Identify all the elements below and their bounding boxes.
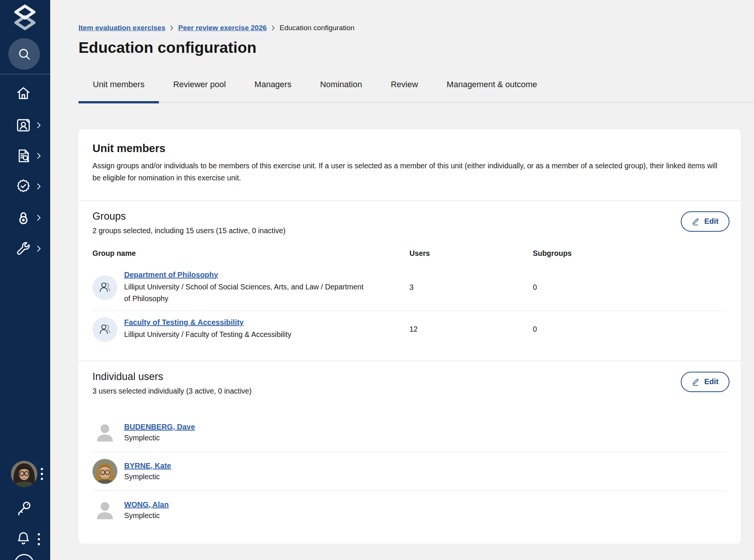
breadcrumb-link-exercises[interactable]: Item evaluation exercises	[78, 23, 165, 32]
main-content: Item evaluation exercises Peer review ex…	[50, 0, 754, 544]
sidebar-item-assessment[interactable]	[0, 175, 50, 198]
wrench-icon	[15, 240, 32, 257]
group-row: Department of Philosophy Lilliput Univer…	[92, 265, 727, 311]
individual-users-list: BUDENBERG, Dave Symplectic	[78, 396, 741, 544]
page-title: Education configuration	[78, 38, 741, 57]
sidebar-item-home[interactable]	[0, 82, 50, 105]
user-photo-avatar	[92, 459, 117, 484]
sidebar-item-open-access[interactable]	[0, 206, 50, 229]
edit-individuals-button[interactable]: Edit	[681, 372, 729, 392]
breadcrumb: Item evaluation exercises Peer review ex…	[78, 23, 741, 32]
tab-bar: Unit members Reviewer pool Managers Nomi…	[78, 79, 754, 103]
sidebar-item-profiles[interactable]	[0, 114, 50, 137]
column-subgroups: Subgroups	[533, 249, 727, 258]
tab-review[interactable]: Review	[376, 79, 432, 102]
user-link[interactable]: BUDENBERG, Dave	[124, 423, 195, 431]
breadcrumb-separator-icon	[272, 25, 275, 31]
chevron-right-icon	[37, 122, 41, 129]
panel-description: Assign groups and/or individuals to be m…	[92, 160, 721, 184]
panel-heading: Unit members	[92, 142, 727, 155]
breadcrumb-separator-icon	[170, 25, 173, 31]
user-link[interactable]: WONG, Alan	[124, 500, 169, 509]
individuals-summary: 3 users selected individually (3 active,…	[92, 386, 252, 396]
group-avatar	[92, 275, 117, 300]
tab-unit-members[interactable]: Unit members	[78, 79, 159, 103]
search-icon	[17, 46, 32, 62]
key-icon	[16, 500, 32, 516]
individuals-section-header: Individual users 3 users selected indivi…	[78, 361, 741, 396]
profile-card-icon	[15, 117, 32, 134]
user-org: Symplectic	[124, 511, 169, 520]
group-users-count: 12	[409, 325, 533, 334]
group-path: Lilliput University / Faculty of Testing…	[124, 329, 291, 340]
group-members-icon	[97, 280, 112, 295]
groups-table: Group name Users Subgroups De	[78, 235, 741, 361]
user-org: Symplectic	[124, 434, 195, 442]
user-placeholder-avatar	[92, 420, 117, 445]
chevron-right-icon	[37, 214, 41, 221]
groups-title: Groups	[92, 210, 286, 223]
unit-members-panel: Unit members Assign groups and/or indivi…	[78, 129, 741, 544]
groups-summary: 2 groups selected, including 15 users (1…	[92, 226, 286, 235]
sidebar-item-key[interactable]	[16, 500, 32, 516]
group-members-icon	[97, 322, 112, 337]
user-avatar[interactable]	[11, 461, 37, 487]
badge-check-icon	[15, 178, 32, 195]
help-icon[interactable]	[14, 554, 34, 560]
group-row: Faculty of Testing & Accessibility Lilli…	[92, 311, 727, 348]
tab-management-outcome[interactable]: Management & outcome	[432, 79, 552, 102]
document-search-icon	[15, 148, 32, 164]
group-subgroups-count: 0	[533, 325, 727, 334]
chevron-right-icon	[37, 183, 41, 190]
individuals-title: Individual users	[92, 370, 252, 383]
sidebar-divider	[0, 74, 50, 74]
user-row: BUDENBERG, Dave Symplectic	[92, 413, 727, 452]
sidebar-item-notifications[interactable]	[15, 530, 32, 547]
group-link[interactable]: Department of Philosophy	[124, 271, 218, 279]
user-row: WONG, Alan Symplectic	[92, 491, 727, 529]
edit-groups-button[interactable]: Edit	[681, 211, 729, 232]
home-icon	[15, 85, 32, 102]
user-org: Symplectic	[124, 472, 171, 481]
tab-nomination[interactable]: Nomination	[306, 79, 376, 102]
avatar-menu-button[interactable]	[40, 468, 43, 480]
user-placeholder-avatar	[92, 498, 117, 523]
bell-icon	[15, 530, 32, 547]
group-path: Lilliput University / School of Social S…	[124, 281, 368, 305]
sidebar-item-tools[interactable]	[0, 237, 50, 260]
groups-section-header: Groups 2 groups selected, including 15 u…	[78, 201, 741, 235]
group-subgroups-count: 0	[533, 283, 727, 292]
group-users-count: 3	[409, 283, 533, 292]
chevron-right-icon	[37, 245, 41, 252]
column-group-name: Group name	[92, 249, 409, 258]
group-avatar	[92, 317, 117, 342]
symplectic-logo-icon	[13, 5, 37, 34]
user-link[interactable]: BYRNE, Kate	[124, 462, 171, 470]
groups-table-header: Group name Users Subgroups	[92, 249, 727, 265]
chevron-right-icon	[37, 152, 41, 159]
pencil-icon	[692, 378, 700, 386]
breadcrumb-current: Education configuration	[280, 23, 355, 32]
column-users: Users	[409, 249, 533, 258]
tab-reviewer-pool[interactable]: Reviewer pool	[159, 79, 240, 102]
group-link[interactable]: Faculty of Testing & Accessibility	[124, 318, 244, 327]
tab-managers[interactable]: Managers	[240, 79, 306, 102]
sidebar	[0, 0, 50, 560]
notifications-menu-button[interactable]	[37, 533, 40, 546]
pencil-icon	[692, 217, 700, 226]
breadcrumb-link-exercise-2026[interactable]: Peer review exercise 2026	[178, 23, 267, 32]
sidebar-item-item-search[interactable]	[0, 145, 50, 167]
user-row: BYRNE, Kate Symplectic	[92, 452, 727, 491]
open-access-icon	[15, 209, 32, 226]
search-button[interactable]	[8, 38, 40, 70]
